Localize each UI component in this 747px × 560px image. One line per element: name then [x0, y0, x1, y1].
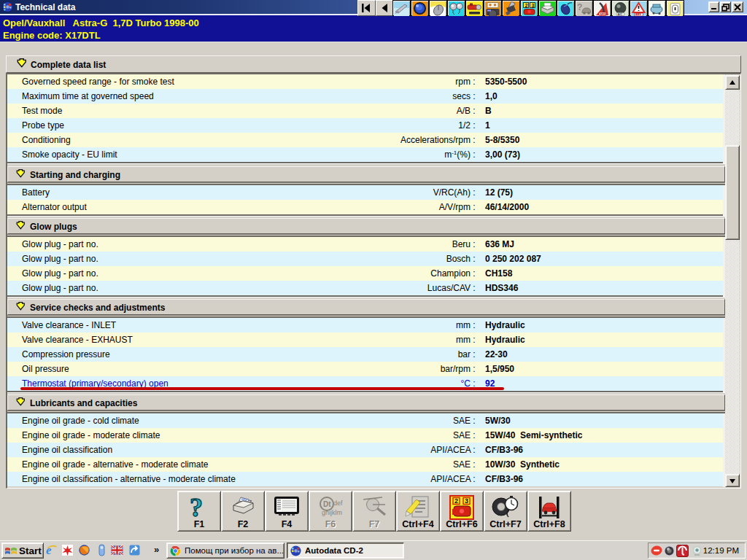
- svg-text:A/C: A/C: [618, 13, 623, 16]
- svg-text:SRS: SRS: [600, 12, 606, 16]
- svg-text:ghijklm: ghijklm: [322, 509, 342, 516]
- svg-text:2: 2: [525, 3, 528, 8]
- svg-text:3: 3: [532, 3, 535, 8]
- svg-text:?: ?: [577, 2, 582, 12]
- svg-text:3: 3: [465, 497, 468, 505]
- svg-text:def: def: [333, 499, 343, 507]
- svg-text:ABS: ABS: [635, 13, 641, 16]
- svg-text:Dt: Dt: [323, 500, 331, 508]
- svg-text:?: ?: [190, 495, 203, 521]
- svg-text:2: 2: [454, 497, 458, 505]
